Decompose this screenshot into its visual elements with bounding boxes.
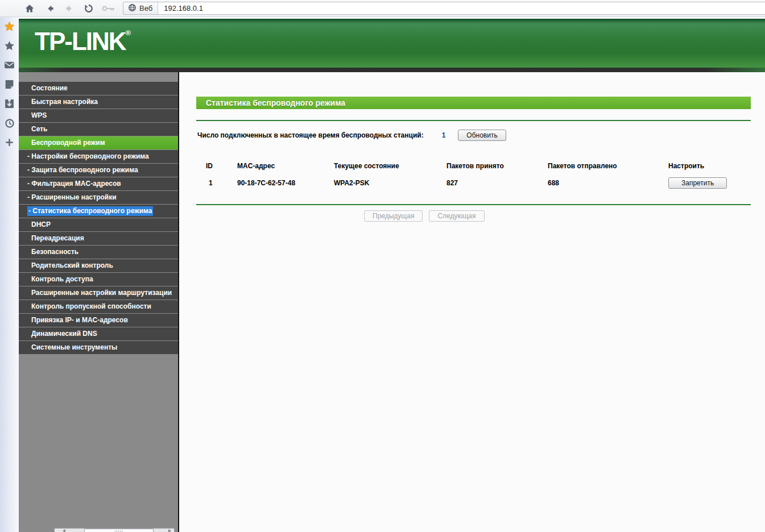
history-clock-icon[interactable] [4, 118, 15, 128]
sidebar-item[interactable]: Переадресация [19, 232, 178, 245]
sidebar-item[interactable]: Расширенные настройки маршрутизации [19, 286, 178, 300]
scrollbar-thumb[interactable] [84, 529, 154, 532]
stations-count: 1 [442, 131, 446, 139]
header-state: Текущее состояние [334, 162, 446, 170]
star-icon[interactable] [4, 40, 15, 51]
globe-icon [128, 3, 137, 14]
stations-table: ID MAC-адрес Текущее состояние Пакетов п… [196, 162, 751, 189]
tplink-header-banner: TP-LINK® [19, 19, 765, 68]
home-icon[interactable] [24, 3, 35, 14]
sidebar-item[interactable]: Сеть [19, 123, 178, 136]
cell-tx: 688 [548, 179, 668, 187]
header-id: ID [206, 162, 237, 170]
separator-line [196, 120, 751, 121]
sidebar-item[interactable]: Контроль доступа [19, 273, 178, 286]
sidebar-item[interactable]: Беспроводной режим [19, 136, 178, 149]
browser-toolbar: Веб 192.168.0.1 [0, 0, 765, 17]
sidebar-item[interactable]: - Статистика беспроводного режима [19, 205, 178, 218]
horizontal-scrollbar[interactable] [54, 528, 175, 532]
sidebar-item[interactable]: WPS [19, 109, 178, 122]
url-text: 192.168.0.1 [158, 4, 203, 13]
sidebar-item[interactable]: Безопасность [19, 246, 178, 259]
sidebar-item[interactable]: - Фильтрация MAC-адресов [19, 177, 178, 190]
separator-line [196, 204, 751, 205]
deny-button[interactable]: Запретить [668, 177, 727, 189]
next-page-button[interactable]: Следующая [429, 210, 484, 222]
header-action: Настроить [668, 162, 751, 170]
header-bottom-edge [19, 68, 765, 72]
tplink-logo: TP-LINK® [35, 29, 131, 54]
cell-action: Запретить [668, 177, 751, 189]
table-row: 1 90-18-7C-62-57-48 WPA2-PSK 827 688 Зап… [196, 177, 751, 189]
sidebar-item[interactable]: Динамический DNS [19, 327, 178, 340]
plus-icon[interactable] [4, 137, 15, 148]
scroll-left-arrow-icon[interactable] [63, 529, 65, 532]
cell-id: 1 [206, 179, 237, 187]
cell-rx: 827 [446, 179, 548, 187]
sidebar-item[interactable]: - Настройки беспроводного режима [19, 150, 178, 163]
header-rx: Пакетов принято [446, 162, 548, 170]
browser-sidebar [0, 17, 19, 532]
sidebar-item[interactable]: - Защита беспроводного режима [19, 164, 178, 177]
scroll-right-arrow-icon[interactable] [168, 529, 171, 532]
stations-label: Число подключенных в настоящее время бес… [197, 131, 424, 139]
sidebar-item[interactable]: Состояние [19, 82, 178, 95]
page-title: Статистика беспроводного режима [196, 97, 751, 109]
sidebar-item[interactable]: Системные инструменты [19, 341, 178, 354]
sidebar-item[interactable]: DHCP [19, 218, 178, 231]
reload-icon[interactable] [83, 3, 94, 14]
router-nav-menu: СостояниеБыстрая настройкаWPSСетьБеспров… [19, 72, 179, 532]
main-content: Статистика беспроводного режима Число по… [179, 72, 765, 532]
header-mac: MAC-адрес [237, 162, 334, 170]
pagination: Предыдущая Следующая [364, 210, 765, 222]
key-icon[interactable] [101, 3, 116, 14]
sidebar-item[interactable]: Быстрая настройка [19, 95, 178, 109]
registered-mark: ® [126, 28, 131, 37]
refresh-button[interactable]: Обновить [458, 130, 506, 141]
back-icon[interactable] [44, 3, 56, 14]
cell-state: WPA2-PSK [334, 179, 446, 187]
address-bar[interactable]: Веб 192.168.0.1 [123, 2, 765, 15]
mail-icon[interactable] [4, 60, 15, 70]
sidebar-item[interactable]: Привязка IP- и MAC-адресов [19, 314, 178, 327]
web-badge-label: Веб [139, 4, 152, 13]
table-header-row: ID MAC-адрес Текущее состояние Пакетов п… [196, 162, 751, 170]
previous-page-button[interactable]: Предыдущая [364, 210, 423, 222]
cell-mac: 90-18-7C-62-57-48 [237, 179, 334, 187]
bookmark-star-icon[interactable] [4, 21, 15, 32]
sidebar-item[interactable]: Родительский контроль [19, 259, 178, 272]
web-badge[interactable]: Веб [123, 2, 158, 14]
forward-icon[interactable] [64, 3, 75, 14]
download-icon[interactable] [4, 98, 15, 109]
sidebar-item[interactable]: - Расширенные настройки [19, 191, 178, 204]
header-tx: Пакетов отправлено [548, 162, 668, 170]
stations-row: Число подключенных в настоящее время бес… [197, 130, 765, 141]
note-icon[interactable] [4, 79, 15, 90]
sidebar-item[interactable]: Контроль пропускной способности [19, 300, 178, 313]
